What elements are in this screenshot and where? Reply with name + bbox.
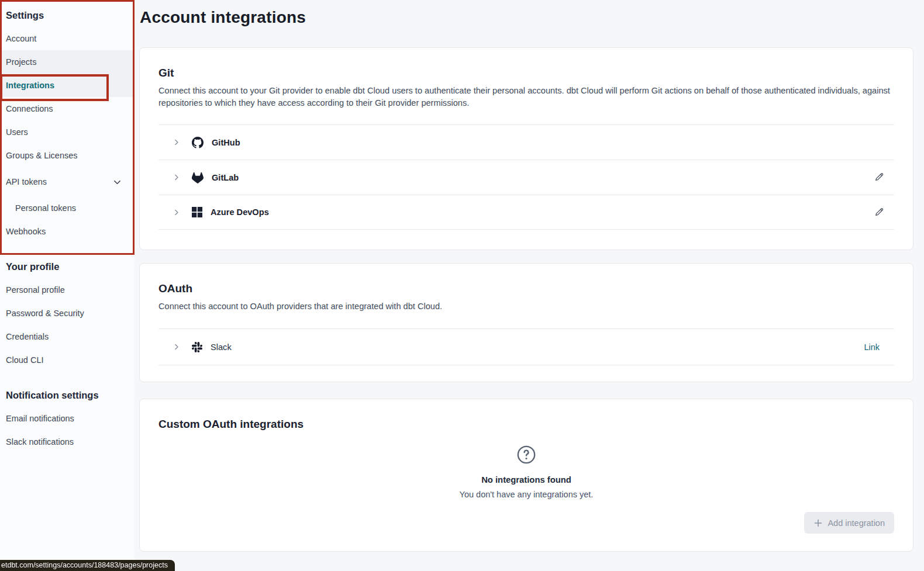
sidebar-item-account[interactable]: Account: [0, 27, 135, 50]
custom-oauth-section-title: Custom OAuth integrations: [158, 418, 894, 431]
sidebar-item-credentials[interactable]: Credentials: [0, 325, 135, 348]
sidebar-item-webhooks[interactable]: Webhooks: [0, 220, 135, 243]
empty-state-subtitle: You don't have any integrations yet.: [460, 490, 594, 499]
provider-row-azure-devops[interactable]: Azure DevOps: [158, 195, 894, 230]
provider-row-slack[interactable]: Slack Link: [158, 328, 894, 365]
edit-pencil-icon[interactable]: [874, 207, 884, 217]
question-circle-icon: [516, 445, 536, 467]
oauth-section-title: OAuth: [158, 282, 894, 295]
sidebar-item-projects[interactable]: Projects: [0, 50, 135, 74]
chevron-right-icon[interactable]: [173, 209, 180, 216]
provider-row-gitlab[interactable]: GitLab: [158, 160, 894, 195]
sidebar-header-notification-settings: Notification settings: [0, 383, 135, 407]
provider-name: Azure DevOps: [211, 207, 269, 217]
git-section-description: Connect this account to your Git provide…: [158, 85, 892, 109]
chevron-right-icon[interactable]: [173, 343, 180, 351]
empty-state-title: No integrations found: [481, 475, 571, 485]
edit-pencil-icon[interactable]: [874, 172, 884, 182]
plus-icon: [813, 518, 823, 528]
page-title: Account integrations: [140, 8, 913, 27]
sidebar-item-connections[interactable]: Connections: [0, 97, 135, 120]
sidebar-header-your-profile: Your profile: [0, 255, 135, 278]
chevron-right-icon[interactable]: [173, 174, 180, 181]
sidebar-item-users[interactable]: Users: [0, 120, 135, 144]
sidebar-item-email-notifications[interactable]: Email notifications: [0, 407, 135, 430]
sidebar-item-personal-profile[interactable]: Personal profile: [0, 278, 135, 302]
status-url-tooltip: etdbt.com/settings/accounts/188483/pages…: [0, 560, 175, 571]
oauth-card: OAuth Connect this account to OAuth prov…: [139, 263, 913, 382]
main-content: Account integrations Git Connect this ac…: [135, 0, 924, 571]
slack-icon: [192, 342, 202, 352]
sidebar-header-settings: Settings: [0, 4, 135, 27]
sidebar-item-cloud-cli[interactable]: Cloud CLI: [0, 348, 135, 372]
slack-link-action[interactable]: Link: [864, 342, 880, 352]
sidebar-item-api-tokens[interactable]: API tokens: [0, 170, 135, 193]
sidebar-item-password-security[interactable]: Password & Security: [0, 302, 135, 325]
azure-devops-icon: [192, 207, 202, 217]
add-integration-button[interactable]: Add integration: [804, 512, 894, 534]
chevron-down-icon[interactable]: [113, 178, 122, 186]
custom-oauth-card: Custom OAuth integrations No integration…: [139, 399, 913, 552]
add-integration-label: Add integration: [828, 518, 885, 528]
oauth-section-description: Connect this account to OAuth providers …: [158, 300, 892, 313]
sidebar-item-personal-tokens[interactable]: Personal tokens: [0, 196, 135, 220]
empty-state: No integrations found You don't have any…: [158, 445, 894, 499]
provider-name: GitLab: [212, 173, 239, 182]
sidebar-item-slack-notifications[interactable]: Slack notifications: [0, 430, 135, 454]
github-icon: [192, 137, 204, 148]
git-integrations-card: Git Connect this account to your Git pro…: [139, 47, 913, 250]
provider-row-github[interactable]: GitHub: [158, 124, 894, 160]
chevron-right-icon[interactable]: [173, 139, 180, 146]
sidebar-item-groups-licenses[interactable]: Groups & Licenses: [0, 144, 135, 167]
gitlab-icon: [192, 172, 204, 184]
git-section-title: Git: [158, 67, 894, 79]
provider-name: GitHub: [212, 138, 240, 147]
provider-name: Slack: [211, 342, 232, 352]
settings-sidebar: Settings Account Projects Integrations C…: [0, 0, 135, 571]
sidebar-item-integrations[interactable]: Integrations: [0, 74, 135, 97]
